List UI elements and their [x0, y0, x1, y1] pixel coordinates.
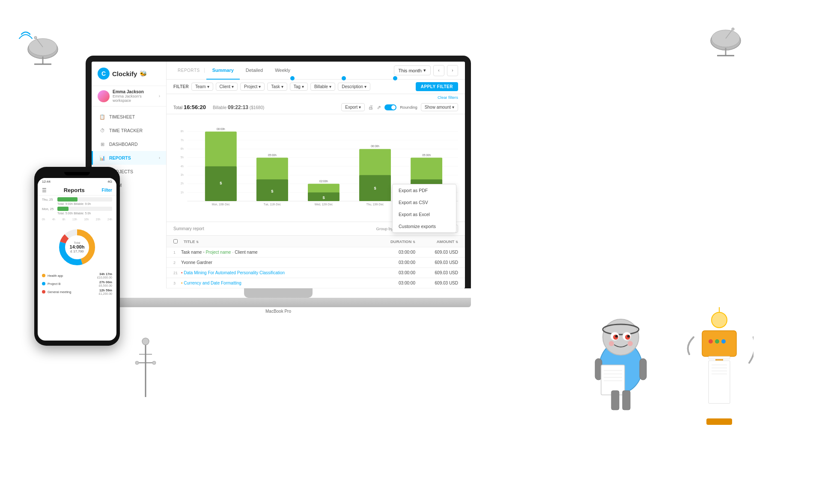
- duration-column-header[interactable]: DURATION ⇅: [377, 239, 415, 244]
- svg-text:2h: 2h: [181, 182, 184, 185]
- table-row: 1 Task name • Project name - Client name…: [167, 247, 465, 258]
- export-dropdown-menu: Export as PDF Export as CSV Export as Ex…: [392, 184, 456, 233]
- donut-total-amount: £ 17,700: [70, 249, 85, 253]
- phone-status-bar: 12:44 4G: [38, 178, 116, 185]
- reports-section-label: REPORTS: [173, 68, 205, 73]
- dropdown-icon: ▾: [281, 84, 283, 89]
- row-title: • Currency and Date Formatting: [181, 281, 377, 285]
- export-excel-option[interactable]: Export as Excel: [393, 208, 456, 220]
- select-all-checkbox[interactable]: [173, 239, 178, 243]
- clear-filters-link[interactable]: Clear filters: [167, 94, 465, 101]
- apply-filter-button[interactable]: APPLY FILTER: [416, 82, 458, 91]
- project-link[interactable]: Project name: [206, 250, 231, 255]
- row-title: Task name • Project name - Client name: [181, 250, 377, 255]
- satellite-right-decoration: [702, 17, 754, 60]
- billable-filter[interactable]: Billable ▾: [310, 83, 335, 91]
- svg-text:5h: 5h: [181, 156, 184, 159]
- axis-tick: 16h: [84, 218, 89, 221]
- title-column-header[interactable]: TITLE ⇅: [184, 239, 377, 244]
- machine-decoration: [685, 307, 754, 427]
- legend-name: Health app: [48, 274, 63, 278]
- task-link[interactable]: Currency and Date Formatting: [184, 281, 241, 285]
- timeline-fill: [57, 207, 68, 211]
- legend-time: 12h 59m: [99, 288, 112, 292]
- svg-point-83: [715, 339, 719, 344]
- svg-text:Mon, 10th Dec: Mon, 10th Dec: [212, 203, 230, 206]
- row-duration: 03:00:00: [377, 260, 415, 265]
- row-duration: 03:00:00: [377, 281, 415, 285]
- toggle-switch[interactable]: [384, 104, 396, 110]
- legend-color-dot: [42, 290, 45, 294]
- print-button[interactable]: 🖨: [368, 104, 373, 110]
- legend-time: 34h 17m: [97, 272, 112, 276]
- legend-time: 27h 00m: [99, 280, 112, 284]
- sidebar-item-label: DASHBOARD: [109, 142, 138, 147]
- next-period-button[interactable]: ›: [447, 65, 458, 76]
- satellite-left-decoration: [17, 26, 68, 68]
- tab-summary-active[interactable]: Summary: [206, 62, 240, 80]
- svg-point-97: [152, 361, 156, 365]
- svg-text:1h: 1h: [181, 191, 184, 194]
- sidebar-item-time-tracker[interactable]: ⏱ TIME TRACKER: [92, 124, 166, 137]
- svg-text:7h: 7h: [181, 139, 184, 142]
- task-filter[interactable]: Task ▾: [267, 83, 287, 91]
- svg-text:6h: 6h: [181, 147, 184, 150]
- top-bar: REPORTS Summary Detailed Weekly This mon…: [167, 62, 465, 80]
- svg-rect-86: [709, 361, 730, 403]
- row-duration: 03:00:00: [377, 270, 415, 275]
- export-pdf-option[interactable]: Export as PDF: [393, 184, 456, 196]
- phone-header: ☰ Reports Filter: [38, 185, 116, 196]
- sidebar-item-timesheet[interactable]: 📋 TIMESHEET: [92, 110, 166, 124]
- summary-report-label: Summary report: [173, 226, 204, 231]
- client-name: Client name: [235, 250, 257, 255]
- svg-text:08:00h: 08:00h: [217, 127, 225, 130]
- dropdown-icon: ▾: [232, 84, 234, 89]
- team-filter[interactable]: Team ▾: [191, 83, 213, 91]
- phone-timeline: Thu, 25 Total: 9:00h Billable: 9:0h Mon,…: [38, 196, 116, 218]
- show-amount-button[interactable]: Show amount ▾: [421, 103, 458, 111]
- tab-detailed[interactable]: Detailed: [240, 62, 269, 80]
- phone-filter-link[interactable]: Filter: [102, 188, 112, 193]
- sidebar-item-label: TIME TRACKER: [109, 128, 143, 133]
- billable-amount: ($1680): [250, 105, 264, 110]
- client-filter[interactable]: Client ▾: [216, 83, 238, 91]
- svg-text:$: $: [322, 196, 325, 200]
- dashboard-icon: ⊞: [99, 141, 106, 148]
- svg-text:$: $: [271, 189, 273, 193]
- dropdown-icon: ▾: [423, 68, 426, 73]
- amount-column-header[interactable]: AMOUNT ⇅: [415, 239, 458, 244]
- phone-time: 12:44: [42, 180, 51, 184]
- logo-emoji: 🐝: [140, 70, 147, 77]
- export-button[interactable]: Export ▾: [341, 103, 365, 111]
- phone-legend: Health app 34h 17m £10,000.00 Project B: [38, 272, 116, 295]
- svg-text:4h: 4h: [181, 165, 184, 168]
- share-button[interactable]: ⇗: [377, 104, 381, 110]
- date-range-picker[interactable]: This month ▾: [394, 65, 431, 75]
- customize-exports-option[interactable]: Customize exports: [393, 220, 456, 232]
- timeline-track: [57, 207, 112, 211]
- timeline-track: [57, 197, 112, 202]
- tag-filter[interactable]: Tag ▾: [290, 83, 308, 91]
- phone-notch: [64, 172, 90, 175]
- description-filter[interactable]: Description ▾: [338, 83, 370, 91]
- timesheet-icon: 📋: [99, 113, 106, 120]
- reports-icon: 📊: [99, 154, 106, 161]
- chevron-right-icon: ›: [159, 156, 160, 160]
- project-filter[interactable]: Project ▾: [240, 83, 265, 91]
- dropdown-icon: ▾: [207, 84, 209, 89]
- table-column-headers: TITLE ⇅ DURATION ⇅ AMOUNT ⇅: [167, 236, 465, 247]
- svg-text:Thu, 13th Dec: Thu, 13th Dec: [366, 203, 384, 206]
- task-link[interactable]: Data Mining For Automated Personality Cl…: [184, 270, 285, 275]
- menu-icon[interactable]: ☰: [42, 187, 47, 193]
- antenna-decoration: [133, 320, 158, 397]
- row-amount: 609.03 USD: [415, 250, 458, 255]
- user-section[interactable]: Emma Jackson Emma Jackson's workspace ›: [92, 86, 166, 107]
- user-name: Emma Jackson: [113, 89, 159, 94]
- sidebar-item-reports[interactable]: 📊 REPORTS ›: [92, 151, 166, 165]
- sidebar-item-dashboard[interactable]: ⊞ DASHBOARD: [92, 137, 166, 151]
- row-number: 2: [173, 261, 181, 265]
- prev-period-button[interactable]: ‹: [433, 65, 444, 76]
- svg-point-96: [135, 361, 139, 365]
- chevron-right-icon: ›: [159, 94, 160, 98]
- export-csv-option[interactable]: Export as CSV: [393, 196, 456, 208]
